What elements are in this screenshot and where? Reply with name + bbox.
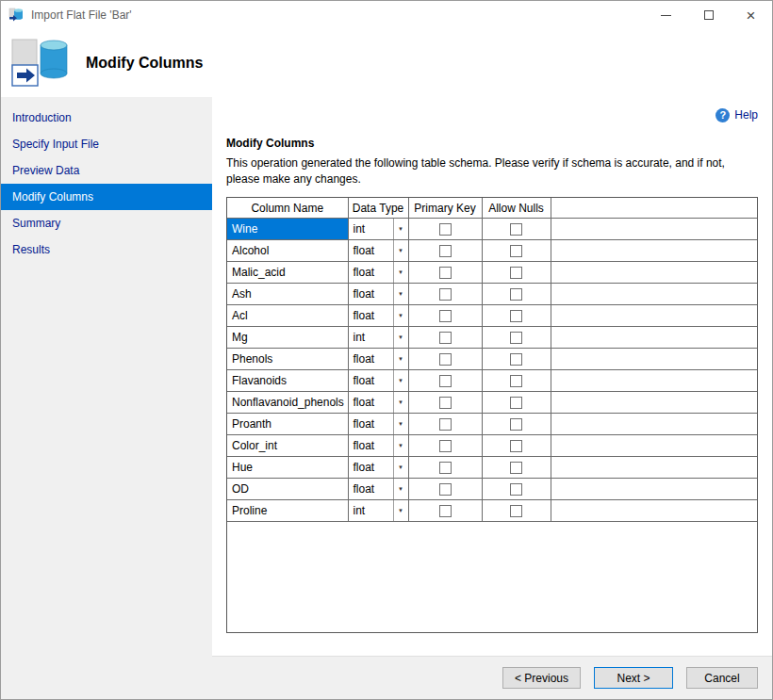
primary-key-cell [408, 240, 482, 262]
sidebar-item-results[interactable]: Results [1, 236, 212, 263]
data-type-dropdown[interactable]: float▼ [349, 479, 408, 499]
column-name-cell[interactable]: Phenols [227, 349, 348, 370]
chevron-down-icon[interactable]: ▼ [393, 240, 408, 261]
table-row: Phenolsfloat▼ [227, 349, 757, 370]
column-name-cell[interactable]: Mg [227, 327, 348, 349]
primary-key-checkbox[interactable] [439, 310, 452, 322]
table-header-row: Column NameData TypePrimary KeyAllow Nul… [227, 198, 757, 219]
chevron-down-icon[interactable]: ▼ [393, 327, 408, 348]
allow-nulls-checkbox[interactable] [510, 418, 522, 431]
allow-nulls-checkbox[interactable] [510, 397, 522, 409]
column-name-cell[interactable]: Alcohol [227, 240, 348, 262]
primary-key-checkbox[interactable] [439, 418, 452, 431]
chevron-down-icon[interactable]: ▼ [393, 457, 408, 478]
data-type-dropdown[interactable]: int▼ [349, 219, 408, 239]
data-type-dropdown[interactable]: float▼ [349, 392, 408, 413]
data-type-dropdown[interactable]: float▼ [349, 240, 408, 261]
allow-nulls-checkbox[interactable] [510, 375, 522, 387]
chevron-down-icon[interactable]: ▼ [393, 435, 408, 456]
sidebar-item-summary[interactable]: Summary [1, 210, 212, 236]
data-type-dropdown[interactable]: float▼ [349, 435, 408, 456]
column-name-cell[interactable]: Acl [227, 305, 348, 327]
column-name-cell[interactable]: Hue [227, 457, 348, 479]
close-icon: × [747, 8, 756, 24]
allow-nulls-checkbox[interactable] [510, 483, 522, 496]
chevron-down-icon[interactable]: ▼ [393, 479, 408, 499]
data-type-dropdown[interactable]: int▼ [349, 327, 408, 348]
allow-nulls-cell [482, 284, 551, 305]
chevron-down-icon[interactable]: ▼ [393, 305, 408, 326]
allow-nulls-checkbox[interactable] [510, 440, 522, 452]
chevron-down-icon[interactable]: ▼ [393, 392, 408, 413]
primary-key-checkbox[interactable] [439, 462, 452, 474]
sidebar-item-specify-input-file[interactable]: Specify Input File [1, 131, 212, 157]
data-type-cell: float▼ [348, 305, 408, 327]
chevron-down-icon[interactable]: ▼ [393, 414, 408, 434]
allow-nulls-checkbox[interactable] [510, 462, 522, 474]
primary-key-cell [408, 392, 482, 414]
data-type-dropdown[interactable]: float▼ [349, 284, 408, 304]
chevron-down-icon[interactable]: ▼ [393, 370, 408, 391]
column-name-cell[interactable]: Proline [227, 500, 348, 522]
column-name-cell[interactable]: OD [227, 479, 348, 500]
row-filler-cell [551, 435, 757, 457]
sidebar-item-introduction[interactable]: Introduction [1, 105, 212, 131]
allow-nulls-checkbox[interactable] [510, 245, 522, 257]
chevron-down-icon[interactable]: ▼ [393, 219, 408, 239]
data-type-value: float [349, 370, 393, 391]
column-name-cell[interactable]: Malic_acid [227, 262, 348, 284]
primary-key-checkbox[interactable] [439, 375, 452, 387]
allow-nulls-cell [482, 219, 551, 240]
allow-nulls-checkbox[interactable] [510, 353, 522, 366]
primary-key-checkbox[interactable] [439, 505, 452, 517]
column-name-cell[interactable]: Flavanoids [227, 370, 348, 392]
help-link[interactable]: ? Help [715, 108, 758, 122]
table-row: Alcoholfloat▼ [227, 240, 757, 262]
allow-nulls-checkbox[interactable] [510, 267, 522, 279]
next-button[interactable]: Next > [594, 667, 673, 689]
primary-key-checkbox[interactable] [439, 267, 452, 279]
primary-key-checkbox[interactable] [439, 223, 452, 236]
primary-key-checkbox[interactable] [439, 440, 452, 452]
data-type-dropdown[interactable]: float▼ [349, 370, 408, 391]
close-button[interactable]: × [730, 1, 772, 29]
table-row: Aclfloat▼ [227, 305, 757, 327]
column-header: Primary Key [408, 198, 482, 219]
maximize-button[interactable] [687, 1, 730, 29]
primary-key-checkbox[interactable] [439, 245, 452, 257]
primary-key-checkbox[interactable] [439, 353, 452, 366]
allow-nulls-checkbox[interactable] [510, 505, 522, 517]
sidebar-item-preview-data[interactable]: Preview Data [1, 157, 212, 184]
data-type-dropdown[interactable]: int▼ [349, 500, 408, 521]
cancel-button[interactable]: Cancel [686, 667, 758, 689]
primary-key-cell [408, 435, 482, 457]
chevron-down-icon[interactable]: ▼ [393, 284, 408, 304]
column-name-cell[interactable]: Wine [227, 219, 348, 240]
data-type-dropdown[interactable]: float▼ [349, 349, 408, 369]
primary-key-checkbox[interactable] [439, 288, 452, 301]
data-type-dropdown[interactable]: float▼ [349, 262, 408, 283]
primary-key-checkbox[interactable] [439, 332, 452, 344]
chevron-down-icon[interactable]: ▼ [393, 262, 408, 283]
allow-nulls-checkbox[interactable] [510, 223, 522, 236]
column-name-cell[interactable]: Proanth [227, 414, 348, 435]
data-type-dropdown[interactable]: float▼ [349, 305, 408, 326]
data-type-dropdown[interactable]: float▼ [349, 457, 408, 478]
chevron-down-icon[interactable]: ▼ [393, 349, 408, 369]
minimize-button[interactable] [645, 1, 687, 29]
data-type-value: float [349, 414, 393, 434]
column-name-cell[interactable]: Color_int [227, 435, 348, 457]
data-type-dropdown[interactable]: float▼ [349, 414, 408, 434]
chevron-down-icon[interactable]: ▼ [393, 500, 408, 521]
column-name-cell[interactable]: Ash [227, 284, 348, 305]
allow-nulls-checkbox[interactable] [510, 332, 522, 344]
allow-nulls-checkbox[interactable] [510, 288, 522, 301]
previous-button[interactable]: < Previous [502, 667, 581, 689]
sidebar-item-modify-columns[interactable]: Modify Columns [1, 184, 212, 210]
primary-key-checkbox[interactable] [439, 483, 452, 496]
primary-key-checkbox[interactable] [439, 397, 452, 409]
allow-nulls-checkbox[interactable] [510, 310, 522, 322]
data-type-value: int [349, 219, 393, 239]
column-name-cell[interactable]: Nonflavanoid_phenols [227, 392, 348, 414]
primary-key-cell [408, 414, 482, 435]
